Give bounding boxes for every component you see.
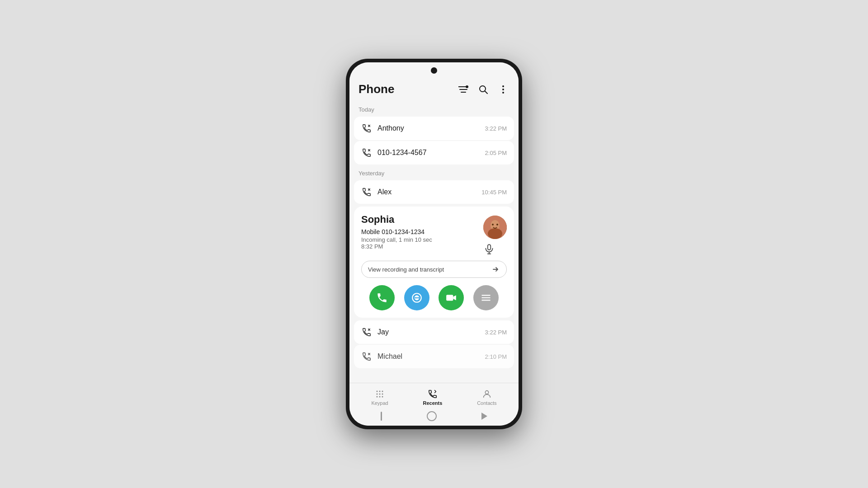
contact-name: Michael [377, 352, 480, 361]
recents-icon [427, 389, 438, 399]
svg-point-19 [415, 297, 416, 298]
more-action-button[interactable] [473, 285, 499, 310]
call-item-number[interactable]: 010-1234-4567 2:05 PM [354, 141, 514, 164]
expanded-call-sophia[interactable]: Sophia Mobile 010-1234-1234 Incoming cal… [354, 206, 514, 318]
page-title: Phone [359, 82, 394, 96]
call-type-icon [361, 351, 372, 362]
expanded-call-detail: Incoming call, 1 min 10 sec [361, 236, 480, 243]
call-time: 10:45 PM [481, 189, 507, 196]
contacts-icon [481, 389, 492, 399]
contact-name: Anthony [377, 124, 480, 132]
expanded-contact-name: Sophia [361, 214, 480, 225]
svg-point-21 [417, 297, 419, 298]
bottom-navigation: Keypad Recents [349, 383, 519, 426]
svg-point-8 [502, 92, 504, 94]
scroll-area[interactable]: Today Anthony 3:22 PM [349, 102, 519, 383]
svg-point-28 [382, 391, 383, 392]
expanded-details: Sophia Mobile 010-1234-1234 Incoming cal… [361, 214, 480, 250]
action-buttons-group [361, 285, 507, 310]
search-icon[interactable] [477, 83, 490, 96]
call-time: 2:05 PM [485, 150, 507, 156]
expanded-phone-detail: Mobile 010-1234-1234 [361, 228, 480, 235]
nav-item-contacts[interactable]: Contacts [470, 387, 504, 408]
contact-number: 010-1234-4567 [377, 149, 480, 157]
home-indicator [349, 408, 519, 424]
recents-nav-label: Recents [423, 400, 443, 406]
call-time: 2:10 PM [485, 353, 507, 360]
svg-rect-14 [488, 244, 491, 250]
filter-icon[interactable] [457, 83, 470, 96]
call-action-button[interactable] [369, 285, 395, 310]
svg-point-30 [379, 394, 381, 395]
call-type-icon [361, 327, 372, 338]
nav-item-recents[interactable]: Recents [416, 387, 450, 408]
keypad-nav-label: Keypad [371, 400, 388, 406]
more-options-icon[interactable] [497, 83, 509, 96]
contacts-nav-label: Contacts [477, 400, 496, 406]
expanded-call-time: 8:32 PM [361, 243, 480, 250]
svg-point-34 [382, 396, 383, 398]
today-section-label: Today [349, 102, 519, 116]
svg-point-35 [485, 391, 488, 394]
nav-items-group: Keypad Recents [349, 387, 519, 408]
svg-point-32 [377, 396, 378, 398]
svg-point-29 [377, 394, 378, 395]
svg-point-33 [379, 396, 381, 398]
call-item-alex[interactable]: Alex 10:45 PM [354, 180, 514, 204]
home-bar-icon [381, 412, 382, 421]
call-item-anthony[interactable]: Anthony 3:22 PM [354, 117, 514, 140]
recording-btn-label: View recording and transcript [368, 266, 444, 273]
contact-name: Alex [377, 188, 476, 196]
keypad-icon [374, 389, 385, 399]
svg-rect-22 [446, 295, 453, 301]
svg-point-27 [379, 391, 381, 392]
svg-point-3 [466, 85, 468, 88]
svg-line-5 [485, 91, 487, 94]
call-type-icon-missed [361, 187, 372, 197]
contact-name: Jay [377, 328, 480, 336]
svg-point-11 [488, 228, 502, 239]
camera-notch [431, 67, 437, 74]
contact-avatar [483, 216, 507, 239]
message-action-button[interactable] [404, 285, 429, 310]
call-time: 3:22 PM [485, 329, 507, 336]
call-type-icon [361, 147, 372, 158]
app-header: Phone [349, 79, 519, 102]
svg-point-20 [416, 297, 417, 298]
yesterday-section-label: Yesterday [349, 165, 519, 179]
nav-item-keypad[interactable]: Keypad [364, 387, 395, 408]
video-action-button[interactable] [439, 285, 464, 310]
call-item-jay[interactable]: Jay 3:22 PM [354, 320, 514, 344]
view-recording-button[interactable]: View recording and transcript [361, 261, 507, 278]
svg-point-26 [377, 391, 378, 392]
svg-point-7 [502, 89, 504, 90]
home-circle-icon [427, 411, 437, 421]
call-type-icon [361, 123, 372, 134]
phone-device: Phone [346, 59, 522, 429]
svg-point-12 [492, 224, 494, 225]
header-icon-group [457, 83, 509, 96]
call-item-michael[interactable]: Michael 2:10 PM [354, 345, 514, 368]
arrow-right-icon [491, 265, 500, 274]
mic-avatar-group [483, 216, 507, 255]
svg-point-31 [382, 394, 383, 395]
call-time: 3:22 PM [485, 125, 507, 132]
status-bar [349, 62, 519, 79]
svg-point-6 [502, 85, 504, 87]
back-chevron-icon [481, 413, 487, 420]
expanded-top-row: Sophia Mobile 010-1234-1234 Incoming cal… [361, 214, 507, 255]
phone-screen: Phone [349, 62, 519, 426]
svg-point-13 [496, 224, 498, 225]
